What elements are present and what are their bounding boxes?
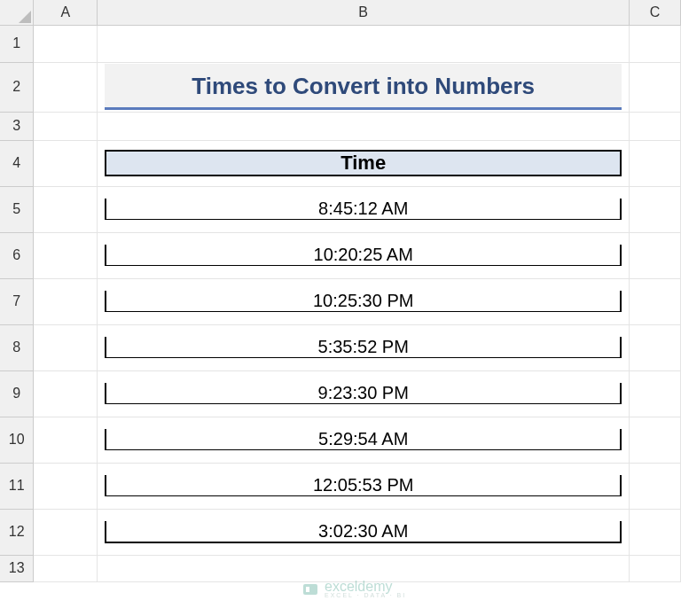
cell-c1[interactable] (630, 25, 681, 62)
page-title: Times to Convert into Numbers (192, 73, 535, 99)
cell-a12[interactable] (34, 509, 98, 555)
watermark-icon (301, 581, 319, 582)
cell-b5[interactable]: 8:45:12 AM (98, 186, 630, 232)
cell-a2[interactable] (34, 62, 98, 112)
time-cell: 10:20:25 AM (105, 245, 622, 266)
row-header-11[interactable]: 11 (0, 463, 34, 509)
cell-b9[interactable]: 9:23:30 PM (98, 370, 630, 417)
cell-c3[interactable] (630, 112, 681, 140)
cell-b12[interactable]: 3:02:30 AM (98, 509, 630, 555)
cell-c10[interactable] (630, 417, 681, 463)
cell-b11[interactable]: 12:05:53 PM (98, 463, 630, 509)
select-all-icon (19, 11, 31, 23)
time-cell: 8:45:12 AM (105, 199, 622, 220)
spreadsheet-grid: A B C 1 2 Times to Convert into Numbers … (0, 0, 681, 582)
cell-a8[interactable] (34, 324, 98, 370)
time-cell: 9:23:30 PM (105, 383, 622, 404)
cell-c12[interactable] (630, 509, 681, 555)
row-header-6[interactable]: 6 (0, 232, 34, 278)
column-header-c[interactable]: C (630, 0, 681, 25)
cell-b6[interactable]: 10:20:25 AM (98, 232, 630, 278)
cell-a13[interactable] (34, 555, 98, 581)
cell-a10[interactable] (34, 417, 98, 463)
table-header-time: Time (105, 150, 622, 176)
watermark: exceldemy EXCEL · DATA · BI (301, 580, 406, 582)
title-box: Times to Convert into Numbers (105, 64, 622, 110)
row-header-4[interactable]: 4 (0, 140, 34, 186)
row-header-9[interactable]: 9 (0, 370, 34, 417)
cell-c11[interactable] (630, 463, 681, 509)
cell-a6[interactable] (34, 232, 98, 278)
cell-a3[interactable] (34, 112, 98, 140)
cell-b7[interactable]: 10:25:30 PM (98, 278, 630, 324)
cell-c13[interactable] (630, 555, 681, 581)
cell-c6[interactable] (630, 232, 681, 278)
cell-a5[interactable] (34, 186, 98, 232)
time-cell: 3:02:30 AM (105, 521, 622, 543)
row-header-8[interactable]: 8 (0, 324, 34, 370)
time-cell: 5:35:52 PM (105, 337, 622, 358)
cell-b1[interactable] (98, 25, 630, 62)
cell-c8[interactable] (630, 324, 681, 370)
row-header-3[interactable]: 3 (0, 112, 34, 140)
cell-a4[interactable] (34, 140, 98, 186)
cell-c9[interactable] (630, 370, 681, 417)
cell-a1[interactable] (34, 25, 98, 62)
select-all-corner[interactable] (0, 0, 34, 25)
row-header-12[interactable]: 12 (0, 509, 34, 555)
row-header-13[interactable]: 13 (0, 555, 34, 581)
svg-marker-0 (19, 11, 31, 23)
row-header-1[interactable]: 1 (0, 25, 34, 62)
cell-b3[interactable] (98, 112, 630, 140)
cell-b4[interactable]: Time (98, 140, 630, 186)
time-cell: 5:29:54 AM (105, 429, 622, 450)
cell-b10[interactable]: 5:29:54 AM (98, 417, 630, 463)
row-header-7[interactable]: 7 (0, 278, 34, 324)
cell-b13[interactable] (98, 555, 630, 581)
row-header-2[interactable]: 2 (0, 62, 34, 112)
cell-a11[interactable] (34, 463, 98, 509)
cell-c7[interactable] (630, 278, 681, 324)
time-cell: 10:25:30 PM (105, 291, 622, 312)
row-header-5[interactable]: 5 (0, 186, 34, 232)
column-header-a[interactable]: A (34, 0, 98, 25)
cell-b8[interactable]: 5:35:52 PM (98, 324, 630, 370)
cell-b2[interactable]: Times to Convert into Numbers (98, 62, 630, 112)
watermark-brand: exceldemy (325, 580, 406, 582)
cell-c5[interactable] (630, 186, 681, 232)
cell-c4[interactable] (630, 140, 681, 186)
time-cell: 12:05:53 PM (105, 475, 622, 496)
cell-a9[interactable] (34, 370, 98, 417)
column-header-b[interactable]: B (98, 0, 630, 25)
cell-a7[interactable] (34, 278, 98, 324)
row-header-10[interactable]: 10 (0, 417, 34, 463)
cell-c2[interactable] (630, 62, 681, 112)
